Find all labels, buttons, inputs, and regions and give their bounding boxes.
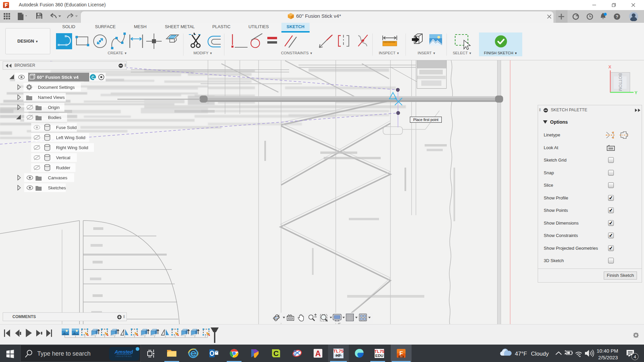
svg-text:EDU: EDU: [375, 354, 383, 358]
svg-text:Cloudy: Cloudy: [531, 351, 549, 357]
svg-text:Document Settings: Document Settings: [38, 85, 75, 90]
svg-text:Y: Y: [635, 90, 638, 95]
svg-text:Right Wing Solid: Right Wing Solid: [56, 145, 88, 150]
svg-text:C: C: [273, 349, 279, 358]
svg-text:Left Wing Solid: Left Wing Solid: [56, 135, 85, 140]
svg-text:C: C: [92, 75, 95, 80]
svg-text:10:40 PM: 10:40 PM: [597, 348, 618, 354]
svg-text:Type here to search: Type here to search: [37, 350, 91, 357]
svg-text:Fuse Solid: Fuse Solid: [56, 125, 76, 130]
svg-text:Bodies: Bodies: [48, 115, 61, 120]
svg-text:Amsted: Amsted: [114, 349, 133, 355]
svg-text:360: 360: [399, 356, 402, 358]
svg-text:?: ?: [616, 14, 619, 19]
svg-text:Origin: Origin: [48, 105, 60, 110]
svg-text:2/5/2023: 2/5/2023: [598, 355, 618, 360]
svg-text:47°F: 47°F: [515, 351, 527, 357]
svg-text:Sketches: Sketches: [48, 185, 66, 190]
svg-text:BOTTOM: BOTTOM: [618, 73, 623, 91]
svg-text:TL75: TL75: [374, 349, 384, 354]
svg-text:4: 4: [634, 354, 636, 359]
svg-text:Vertical: Vertical: [56, 155, 70, 160]
svg-text:TL75: TL75: [333, 349, 343, 354]
svg-text:Canvases: Canvases: [48, 175, 67, 180]
svg-text:Named Views: Named Views: [38, 95, 65, 100]
svg-text:X: X: [608, 64, 611, 69]
svg-text:A: A: [315, 349, 321, 358]
svg-text:Rudder: Rudder: [56, 165, 70, 170]
svg-text:INDUSTRIES: INDUSTRIES: [115, 355, 132, 357]
svg-text:60" Fusion Stick v4: 60" Fusion Stick v4: [37, 75, 79, 80]
